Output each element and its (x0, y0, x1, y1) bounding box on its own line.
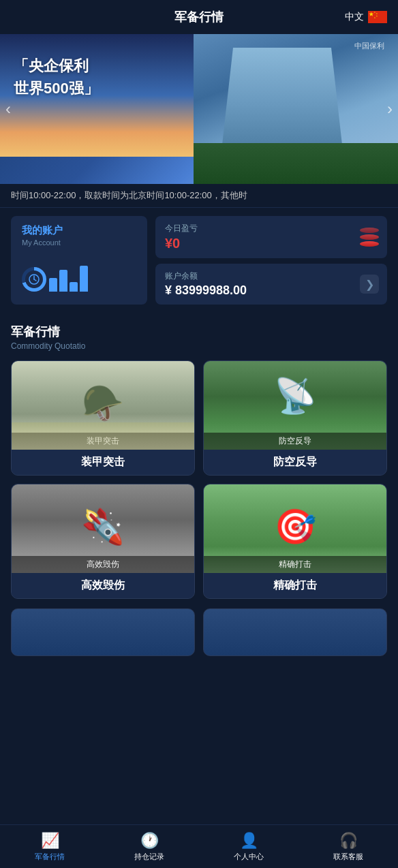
svg-rect-0 (368, 11, 387, 23)
header: 军备行情 中文 (0, 0, 398, 34)
market-subtitle: Commodity Quotatio (11, 341, 387, 351)
banner-line1: 「央企保利 (14, 55, 99, 77)
banner-logo: 中国保利 (354, 41, 384, 51)
profit-label: 今日盈亏 (165, 223, 378, 234)
commodity-overlay-radar: 防空反导 (204, 433, 386, 450)
nav-item-holdings[interactable]: 🕐 持仓记录 (99, 832, 199, 862)
commodity-image-launcher: 精确打击 (204, 484, 386, 573)
flag-icon (368, 11, 387, 23)
market-nav-label: 军备行情 (35, 852, 65, 862)
profile-nav-label: 个人中心 (234, 852, 264, 862)
coins-icon (360, 228, 379, 247)
account-subtitle: My Account (22, 238, 136, 247)
holdings-nav-icon: 🕐 (140, 832, 159, 850)
banner-text: 「央企保利 世界500强」 (14, 55, 99, 99)
ticker-bar: 时间10:00-22:00，取款时间为北京时间10:00-22:00，其他时 (0, 184, 398, 208)
account-left-card[interactable]: 我的账户 My Account (11, 216, 147, 305)
commodity-name-radar: 防空反导 (204, 450, 386, 475)
language-selector[interactable]: 中文 (345, 11, 387, 23)
language-label: 中文 (345, 11, 364, 23)
bar-4 (80, 266, 88, 292)
commodity-overlay-armored: 装甲突击 (12, 433, 194, 450)
commodity-card-launcher[interactable]: 精确打击 精确打击 (203, 484, 387, 599)
commodity-image-tank: 装甲突击 (12, 361, 194, 450)
partial-row (0, 608, 398, 666)
market-title: 军备行情 (11, 324, 387, 340)
market-section: 军备行情 Commodity Quotatio (0, 313, 398, 351)
commodity-grid: 装甲突击 装甲突击 防空反导 防空反导 高效毁伤 高效毁伤 (0, 351, 398, 608)
banner: 「央企保利 世界500强」 中国保利 ‹ › (0, 34, 398, 184)
ticker-text: 时间10:00-22:00，取款时间为北京时间10:00-22:00，其他时 (11, 190, 247, 200)
bar-1 (49, 278, 57, 292)
support-nav-icon: 🎧 (339, 832, 358, 850)
arrow-icon: ❯ (360, 275, 379, 294)
account-section: 我的账户 My Account (0, 208, 398, 313)
holdings-nav-label: 持仓记录 (134, 852, 164, 862)
header-title: 军备行情 (174, 9, 224, 25)
balance-value: ¥ 83999988.00 (165, 283, 378, 298)
partial-card-2[interactable] (203, 608, 387, 656)
nav-item-market[interactable]: 📈 军备行情 (0, 832, 99, 862)
banner-line2: 世界500强」 (14, 77, 99, 99)
support-nav-label: 联系客服 (333, 852, 363, 862)
market-nav-icon: 📈 (41, 832, 59, 850)
commodity-name-armored: 装甲突击 (12, 450, 194, 475)
commodity-name-launcher: 精确打击 (204, 573, 386, 598)
banner-prev-button[interactable]: ‹ (5, 99, 11, 119)
nav-item-support[interactable]: 🎧 联系客服 (298, 832, 398, 862)
commodity-overlay-missile: 高效毁伤 (12, 556, 194, 573)
commodity-card-radar[interactable]: 防空反导 防空反导 (203, 360, 387, 476)
nav-item-profile[interactable]: 👤 个人中心 (199, 832, 298, 862)
commodity-card-missile[interactable]: 高效毁伤 高效毁伤 (11, 484, 195, 599)
profit-value: ¥0 (165, 236, 378, 251)
commodity-overlay-launcher: 精确打击 (204, 556, 386, 573)
banner-building (194, 34, 398, 184)
clock-chart-icon (22, 267, 46, 292)
account-chart (22, 258, 136, 292)
banner-next-button[interactable]: › (387, 99, 393, 119)
profit-card[interactable]: 今日盈亏 ¥0 (155, 216, 387, 258)
partial-card-1[interactable] (11, 608, 195, 656)
commodity-image-radar: 防空反导 (204, 361, 386, 450)
bar-chart (49, 264, 88, 292)
balance-label: 账户余额 (165, 270, 378, 282)
account-title: 我的账户 (22, 224, 136, 237)
balance-card[interactable]: 账户余额 ¥ 83999988.00 ❯ (155, 264, 387, 305)
profile-nav-icon: 👤 (240, 832, 258, 850)
bar-2 (59, 270, 67, 292)
commodity-card-armored[interactable]: 装甲突击 装甲突击 (11, 360, 195, 476)
commodity-image-missile: 高效毁伤 (12, 484, 194, 573)
commodity-name-missile: 高效毁伤 (12, 573, 194, 598)
account-right-cards: 今日盈亏 ¥0 账户余额 ¥ 83999988.00 ❯ (155, 216, 387, 305)
bottom-navigation: 📈 军备行情 🕐 持仓记录 👤 个人中心 🎧 联系客服 (0, 824, 398, 868)
svg-line-8 (34, 279, 36, 281)
bar-3 (70, 282, 78, 292)
